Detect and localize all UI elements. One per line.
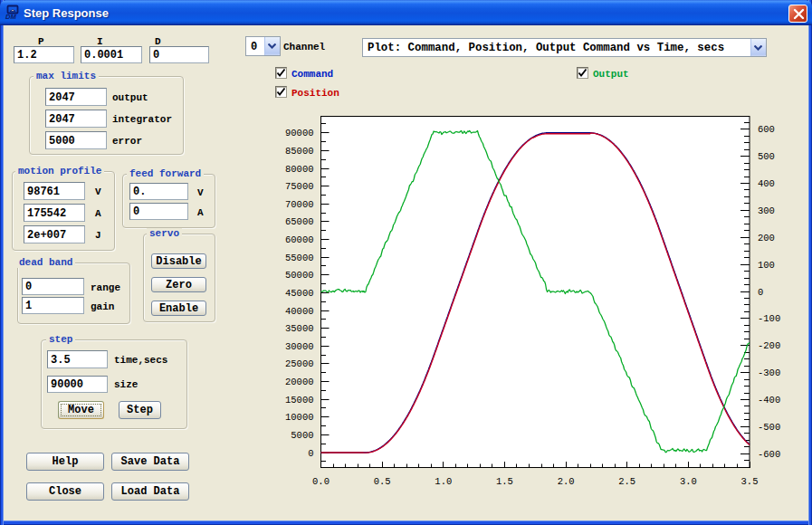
svg-text:75000: 75000	[285, 181, 314, 192]
svg-text:-300: -300	[758, 368, 780, 378]
svg-text:400: 400	[758, 178, 775, 189]
svg-text:DM: DM	[5, 13, 16, 21]
svg-text:100: 100	[758, 260, 775, 271]
svg-text:0: 0	[758, 287, 763, 298]
svg-text:15000: 15000	[285, 395, 314, 406]
svg-text:0: 0	[308, 448, 313, 459]
svg-text:1.0: 1.0	[435, 476, 452, 487]
svg-text:30000: 30000	[285, 341, 314, 352]
svg-text:40000: 40000	[285, 306, 314, 317]
svg-text:50000: 50000	[285, 270, 314, 281]
svg-text:200: 200	[758, 233, 775, 243]
svg-text:60000: 60000	[285, 234, 314, 245]
svg-text:1.5: 1.5	[496, 476, 513, 487]
svg-text:45000: 45000	[285, 288, 314, 299]
svg-text:35000: 35000	[285, 323, 314, 334]
svg-text:-500: -500	[758, 422, 780, 433]
svg-text:600: 600	[758, 124, 775, 135]
svg-text:-400: -400	[758, 395, 780, 406]
svg-text:55000: 55000	[285, 253, 314, 263]
svg-text:0.5: 0.5	[374, 476, 391, 487]
svg-text:80000: 80000	[285, 164, 314, 175]
svg-text:90000: 90000	[285, 128, 314, 138]
svg-text:-100: -100	[758, 313, 780, 324]
svg-text:500: 500	[758, 151, 775, 162]
svg-text:3.0: 3.0	[680, 476, 697, 487]
svg-text:-600: -600	[758, 449, 780, 460]
svg-text:65000: 65000	[285, 216, 314, 227]
svg-text:2.5: 2.5	[618, 476, 635, 487]
svg-text:10000: 10000	[285, 412, 314, 423]
svg-text:20000: 20000	[285, 377, 314, 387]
svg-text:25000: 25000	[285, 358, 314, 369]
svg-text:5000: 5000	[291, 430, 313, 441]
svg-text:300: 300	[758, 205, 775, 216]
svg-text:3.5: 3.5	[741, 476, 759, 487]
svg-text:70000: 70000	[285, 199, 314, 210]
svg-text:85000: 85000	[285, 146, 314, 157]
svg-text:0.0: 0.0	[312, 476, 330, 487]
svg-text:2.0: 2.0	[558, 476, 575, 487]
svg-text:-200: -200	[758, 340, 780, 351]
